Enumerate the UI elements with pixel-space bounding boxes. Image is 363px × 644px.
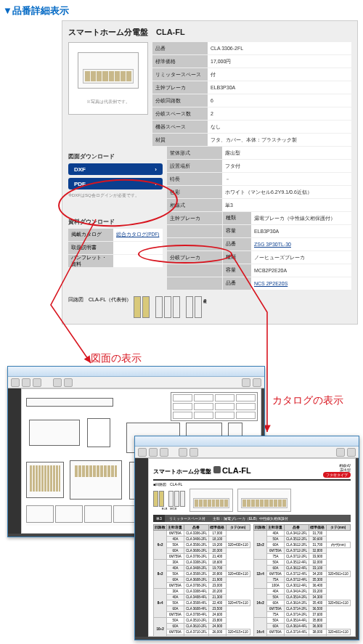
- drawing-dl-title: 図面ダウンロード: [68, 152, 163, 160]
- doc-row: 取扱説明書: [68, 242, 163, 255]
- toolbar-button[interactable]: [336, 448, 345, 457]
- dxf-button[interactable]: DXF ›: [68, 163, 163, 175]
- catalog-cell: 6M759A: [267, 629, 284, 635]
- doc-label: 掲載カタログ: [68, 229, 113, 241]
- viewer-sidebar[interactable]: [8, 388, 21, 534]
- toolbar-button[interactable]: [160, 448, 168, 457]
- catalog-cell: CLA 3508-4FL: [184, 600, 209, 606]
- catalog-cell: CLA 3514-4FL: [284, 618, 309, 624]
- toolbar-button[interactable]: [179, 448, 187, 457]
- toolbar-button[interactable]: [64, 378, 73, 387]
- catalog-group-cell: 10+2: [154, 618, 167, 637]
- toolbar-button[interactable]: [138, 448, 147, 457]
- catalog-cell: 38,000: [309, 629, 326, 635]
- spec-value: MCB2P2E20A: [251, 268, 351, 273]
- image-note: ※写真は代表例です。: [86, 99, 130, 105]
- catalog-row: 14+450ACLA 3514-4FL35,800: [254, 618, 351, 624]
- catalog-row: 75ACLA 3710-2FL27,100: [154, 635, 250, 637]
- catalog-group-cell: 8+2: [154, 560, 167, 589]
- catalog-cell: 40A: [267, 589, 284, 595]
- spec-row: 容量ELB3P30A: [167, 225, 351, 238]
- catalog-th: 品番: [184, 525, 209, 531]
- callout-drawing: 図面の表示: [91, 352, 142, 365]
- spec-row: 分岐スペース数2: [152, 107, 351, 121]
- part-number-link[interactable]: ZSG 3P30TL-30: [254, 242, 291, 247]
- catalog-row: 6M759ACLA 3708-2FL23,000: [154, 583, 250, 589]
- catalog-cell: 320×430×110: [226, 571, 250, 577]
- catalog-row: 10+250ACLA 3510-2FL23,800: [154, 618, 250, 624]
- toolbar-button[interactable]: [242, 378, 250, 387]
- doc-row: 掲載カタログ総合カタログ(PDF): [68, 229, 163, 242]
- toolbar-button[interactable]: [53, 378, 62, 387]
- dxf-label: DXF: [74, 166, 86, 173]
- section-title: ▼品番詳細表示: [0, 0, 363, 20]
- catalog-cell: CLA 3712-4FL: [284, 571, 309, 577]
- catalog-group-cell: 8+4: [154, 589, 167, 618]
- catalog-strip-mid: リミッタースペース付: [165, 516, 210, 521]
- catalog-cell: 40A: [167, 595, 184, 600]
- spec-label: 分岐回路数: [152, 94, 208, 107]
- catalog-row: 50ACLA 3508-4FL22,400320×470×110: [154, 600, 250, 606]
- catalog-cell: 22,400: [209, 600, 226, 606]
- toolbar-button[interactable]: [149, 448, 158, 457]
- toolbar-button[interactable]: [11, 378, 20, 387]
- catalog-row: 75ACLA 3712-4FL35,300: [254, 577, 351, 583]
- catalog-cell: 6M759A: [267, 548, 284, 554]
- catalog-cell: CLA 3714-2FL: [284, 606, 309, 612]
- toolbar-button[interactable]: [347, 448, 356, 457]
- pdf-button[interactable]: PDF ›: [68, 178, 163, 189]
- catalog-row: 60ACLA 3612-4FL33,100: [254, 566, 351, 571]
- catalog-cell: CLA 3406-2FL: [184, 537, 209, 542]
- window-titlebar[interactable]: [8, 367, 264, 377]
- catalog-cell: 40A: [167, 537, 184, 542]
- catalog-row: 12+240ACLA 3412-2FL31,700: [254, 531, 351, 537]
- catalog-row: 6M759ACLA 3714-4FL38,000320×601×110: [254, 629, 351, 635]
- catalog-cell: CLA 3308-4FL: [184, 589, 209, 595]
- toolbar-button[interactable]: [33, 378, 41, 387]
- product-illustration: [78, 52, 139, 89]
- catalog-cell: 60A: [167, 577, 184, 583]
- spec-row: 材質フタ、カバー、本体：プラスチック製: [152, 134, 351, 147]
- toolbar-button[interactable]: [22, 378, 30, 387]
- catalog-row: 60ACLA 3608-2FL21,900: [154, 577, 250, 583]
- catalog-cell: CLA 3714-4FL: [284, 635, 309, 637]
- catalog-cell: 100A: [267, 583, 284, 589]
- catalog-cell: 50A: [267, 595, 284, 600]
- spec-value: 17,000円: [208, 58, 351, 65]
- catalog-cell: 23,500: [209, 606, 226, 612]
- catalog-cell: CLA 3708-4FL: [184, 612, 209, 618]
- window-titlebar[interactable]: [135, 436, 359, 447]
- catalog-cell: CLA 3708-2FL: [184, 583, 209, 589]
- catalog-cell: 35,800: [309, 618, 326, 624]
- catalog-cell: 32,000: [309, 560, 326, 566]
- spec-label: 材質: [152, 134, 208, 146]
- catalog-row: 6+26M759ACLA 3306-2FL17,000: [154, 531, 250, 537]
- catalog-cell: 17,000: [209, 531, 226, 537]
- catalog-cell: 37,600: [309, 612, 326, 618]
- catalog-cell: 24,900: [209, 624, 226, 629]
- catalog-row: 60ACLA 3614-4FL36,900: [254, 624, 351, 629]
- toolbar-button[interactable]: [189, 448, 198, 457]
- catalog-cell: CLA 3512-4FL: [284, 560, 309, 566]
- part-number-link[interactable]: NCS 2P2E20S: [254, 281, 287, 286]
- catalog-table: 回路数主幹容量品番標準価格タテ(mm)12+240ACLA 3412-2FL31…: [253, 524, 351, 637]
- spec-value: 付: [208, 71, 351, 78]
- toolbar-button[interactable]: [253, 378, 261, 387]
- spec-label: [167, 225, 222, 237]
- spec-table: 品番CLA 3306-2FL標準価格17,000円リミッタースペース付主幹ブレー…: [152, 42, 351, 147]
- spec-label: 分岐ブレーカ: [167, 251, 222, 264]
- catalog-pdf-link[interactable]: 総合カタログ(PDF): [116, 232, 159, 237]
- catalog-cell: 35,400: [309, 600, 326, 606]
- viewer-sidebar[interactable]: [135, 458, 148, 637]
- catalog-cell: 50A: [167, 618, 184, 624]
- doc-value: 総合カタログ(PDF): [113, 232, 163, 238]
- catalog-cell: 320×430×110: [226, 542, 250, 548]
- catalog-cell: 36,900: [309, 624, 326, 629]
- catalog-cell: 50A: [167, 571, 184, 577]
- catalog-cell: CLA 3408-4FL: [184, 595, 209, 600]
- catalog-cell: 36,400: [309, 583, 326, 589]
- catalog-cell: 35,300: [309, 577, 326, 583]
- catalog-cell: 75A: [267, 554, 284, 560]
- catalog-strip-tab: 単3: [153, 515, 165, 522]
- spec-label: 品番: [152, 42, 208, 54]
